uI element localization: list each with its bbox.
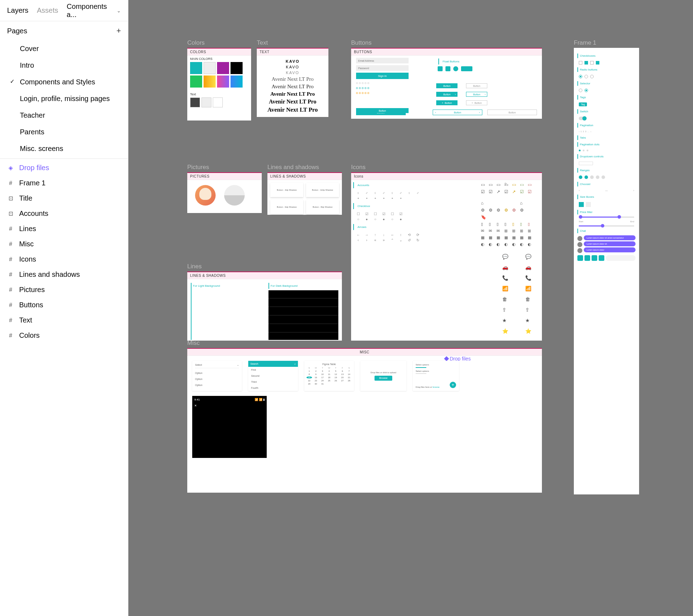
- button-outline[interactable]: Button: [466, 83, 487, 88]
- page-item[interactable]: Components and Styles: [0, 74, 128, 90]
- calendar-day[interactable]: 16: [313, 376, 319, 379]
- calendar-day[interactable]: 9: [313, 373, 319, 375]
- round-button[interactable]: [453, 66, 458, 71]
- tab-assets[interactable]: Assets: [37, 6, 58, 15]
- calendar-day[interactable]: 22: [306, 380, 312, 382]
- emoji-button[interactable]: [584, 255, 590, 261]
- slider[interactable]: [579, 217, 634, 218]
- color-swatch[interactable]: [190, 62, 202, 74]
- checkbox-checked[interactable]: [584, 61, 588, 65]
- color-swatch[interactable]: [204, 75, 216, 88]
- signin-button[interactable]: Sign in: [356, 73, 409, 79]
- calendar-day[interactable]: 8: [306, 373, 312, 375]
- button-wide-teal2[interactable]: Button: [356, 108, 409, 113]
- page-item[interactable]: Login, profile, missing pages: [0, 90, 128, 107]
- calendar-day[interactable]: 21: [346, 376, 352, 379]
- button-filled-plus[interactable]: +Button: [436, 100, 458, 105]
- calendar-day[interactable]: 24: [320, 380, 325, 382]
- button-wide-ghost[interactable]: Button: [487, 110, 537, 115]
- calendar-day[interactable]: 3: [320, 370, 325, 372]
- tag[interactable]: Tag: [579, 102, 587, 106]
- calendar-day[interactable]: 19: [333, 376, 339, 379]
- frame-buttons[interactable]: Buttons BUTTONS Float Buttons Sign in Bu…: [351, 48, 542, 119]
- page-item[interactable]: Teacher: [0, 107, 128, 124]
- attach-button[interactable]: [577, 255, 583, 261]
- canvas[interactable]: Colors COLORS MAIN COLORS Text Text TEXT…: [128, 0, 693, 616]
- radio[interactable]: [584, 75, 588, 78]
- color-swatch[interactable]: [201, 97, 211, 107]
- radio-checked[interactable]: [579, 75, 582, 78]
- switch[interactable]: [579, 117, 586, 120]
- layer-item[interactable]: #Lines and shadows: [0, 267, 128, 282]
- frame-text[interactable]: Text TEXT KAVO KAVO KAVO Avenir Next LT …: [257, 48, 328, 117]
- calendar-day[interactable]: 31: [320, 383, 325, 385]
- layer-item[interactable]: #Buttons: [0, 297, 128, 313]
- tab-layers[interactable]: Layers: [7, 6, 28, 15]
- frame-icons[interactable]: Icons Icons Accounts ♀♂♀♂♀♂♀♂ ⚬⚬⚬⚬⚬⚬ Che…: [351, 172, 542, 341]
- button-wide-outline[interactable]: ‹Button›: [433, 110, 482, 115]
- calendar-day[interactable]: 28: [346, 380, 352, 382]
- camera-button[interactable]: [599, 255, 604, 261]
- button-filled-arrow[interactable]: Button›: [436, 92, 458, 97]
- color-swatch[interactable]: [213, 97, 223, 107]
- frame-pictures[interactable]: Pictures PICTURES: [187, 172, 262, 213]
- password-field[interactable]: [356, 65, 409, 71]
- calendar-day[interactable]: 4: [326, 370, 332, 372]
- browse-button[interactable]: Browse: [375, 376, 392, 381]
- calendar-day[interactable]: 1: [306, 370, 312, 372]
- calendar-day[interactable]: 11: [326, 373, 332, 375]
- calendar-day[interactable]: 23: [313, 380, 319, 382]
- layer-item[interactable]: #Lines: [0, 221, 128, 236]
- select-card[interactable]: Search⌕ First Second Third Fourth: [248, 361, 298, 391]
- chat-input[interactable]: [606, 255, 636, 261]
- mic-button[interactable]: [592, 255, 597, 261]
- calendar-day[interactable]: 2: [313, 370, 319, 372]
- color-swatch[interactable]: [217, 62, 229, 74]
- dropdown-card[interactable]: Select⌄ Option Option Option: [192, 361, 242, 391]
- close-icon[interactable]: ✕: [194, 404, 265, 407]
- layer-item[interactable]: #Text: [0, 313, 128, 328]
- layer-item[interactable]: ⊡Title: [0, 191, 128, 206]
- frame-misc[interactable]: Misc MISC Drop files Select⌄ Option Opti…: [187, 348, 542, 493]
- square-button[interactable]: [445, 66, 450, 71]
- layer-item[interactable]: ◈Drop files: [0, 160, 128, 175]
- calendar-card[interactable]: Figma Table SMTWTFS123456789101112131415…: [304, 361, 354, 391]
- calendar-day[interactable]: 20: [340, 376, 345, 379]
- button-outline-plus[interactable]: +Button: [466, 100, 487, 105]
- calendar-day[interactable]: 17: [320, 376, 325, 379]
- calendar-day[interactable]: 14: [346, 373, 352, 375]
- frame-lines-shadows[interactable]: Lines and shadows LINES & SHADOWS Button…: [267, 172, 342, 215]
- color-swatch[interactable]: [231, 75, 243, 88]
- button-outline-arrow[interactable]: Button›: [466, 92, 487, 97]
- page-item[interactable]: Parents: [0, 124, 128, 140]
- layer-item[interactable]: ⊡Accounts: [0, 206, 128, 221]
- calendar-day[interactable]: 6: [340, 370, 345, 372]
- dropzone-card[interactable]: Drop files or click to upload Browse: [360, 361, 406, 391]
- size-box[interactable]: [579, 202, 584, 207]
- layer-item[interactable]: #Pictures: [0, 282, 128, 297]
- calendar-day[interactable]: 30: [313, 383, 319, 385]
- calendar-day[interactable]: 29: [306, 383, 312, 385]
- layer-item[interactable]: #Misc: [0, 236, 128, 252]
- file-menu[interactable]: Components a... ⌄: [67, 2, 121, 19]
- page-item[interactable]: Intro: [0, 57, 128, 74]
- color-swatch[interactable]: [204, 62, 216, 74]
- add-page-button[interactable]: +: [116, 26, 121, 35]
- upload-card[interactable]: Select options Select options Drag files…: [413, 361, 459, 391]
- layer-item[interactable]: #Colors: [0, 328, 128, 343]
- calendar-day[interactable]: 10: [320, 373, 325, 375]
- color-swatch[interactable]: [231, 62, 243, 74]
- square-button[interactable]: [438, 66, 443, 71]
- layer-item[interactable]: #Icons: [0, 252, 128, 267]
- calendar-day[interactable]: 12: [333, 373, 339, 375]
- calendar-day[interactable]: 27: [340, 380, 345, 382]
- dropdown[interactable]: [579, 162, 593, 165]
- pill-button[interactable]: [461, 66, 472, 71]
- page-item[interactable]: Cover: [0, 40, 128, 57]
- checkbox[interactable]: [579, 61, 582, 65]
- calendar-day[interactable]: 5: [333, 370, 339, 372]
- frame-1[interactable]: Frame 1 Checkboxes Radio buttons Selecto…: [574, 48, 639, 494]
- color-swatch[interactable]: [190, 75, 202, 88]
- fab-add[interactable]: +: [450, 382, 456, 388]
- calendar-day[interactable]: 15: [306, 376, 312, 379]
